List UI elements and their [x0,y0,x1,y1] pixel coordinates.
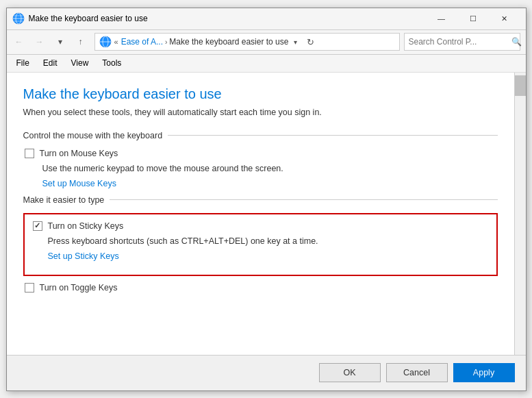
up-button[interactable]: ↑ [71,32,90,51]
toggle-keys-label: Turn on Toggle Keys [40,283,118,293]
type-section-label: Make it easier to type [23,195,110,205]
cancel-button[interactable]: Cancel [386,363,448,382]
address-dropdown-button[interactable]: ▾ [288,34,302,50]
page-subtitle: When you select these tools, they will a… [23,108,498,117]
scrollbar-thumb[interactable] [515,75,526,96]
type-section-header: Make it easier to type [23,195,498,205]
ok-button[interactable]: OK [319,363,381,382]
menu-file[interactable]: File [10,56,36,70]
menu-view[interactable]: View [64,56,96,70]
address-bar: « Ease of A... › Make the keyboard easie… [94,33,400,51]
toggle-keys-row: Turn on Toggle Keys [23,283,498,293]
type-section-line [110,199,497,200]
refresh-button[interactable]: ↻ [302,34,318,50]
window-title: Make the keyboard easier to use [29,14,426,23]
sticky-keys-row: Turn on Sticky Keys [33,221,488,231]
window-controls: — ☐ ✕ [426,8,520,29]
apply-button[interactable]: Apply [453,363,515,382]
address-icon [99,36,112,48]
menu-edit[interactable]: Edit [36,56,64,70]
mouse-section-label: Control the mouse with the keyboard [23,131,168,140]
search-bar: 🔍 [404,33,520,51]
mouse-keys-label: Turn on Mouse Keys [40,149,118,158]
mouse-keys-checkbox-wrapper: Turn on Mouse Keys [25,149,118,158]
scrollbar[interactable] [514,73,526,355]
window-icon [12,12,25,25]
toggle-keys-checkbox-wrapper: Turn on Toggle Keys [25,283,118,293]
mouse-keys-description: Use the numeric keypad to move the mouse… [23,164,498,173]
mouse-keys-setup-link[interactable]: Set up Mouse Keys [23,179,498,188]
content-area: Make the keyboard easier to use When you… [7,73,526,355]
mouse-section-header: Control the mouse with the keyboard [23,131,498,140]
sticky-keys-description: Press keyboard shortcuts (such as CTRL+A… [33,236,488,246]
sticky-keys-checkbox-wrapper: Turn on Sticky Keys [33,221,124,231]
mouse-section-line [168,135,497,136]
menu-bar: File Edit View Tools [7,55,526,73]
breadcrumb-arrow: › [165,38,167,46]
mouse-keys-row: Turn on Mouse Keys [23,149,498,158]
search-input[interactable] [409,37,511,47]
sticky-keys-label: Turn on Sticky Keys [48,221,124,231]
minimize-button[interactable]: — [426,8,457,29]
sticky-keys-setup-link[interactable]: Set up Sticky Keys [33,251,488,261]
forward-button[interactable]: → [30,32,49,51]
menu-tools[interactable]: Tools [95,56,128,70]
page-title: Make the keyboard easier to use [23,86,498,102]
sticky-keys-highlighted: Turn on Sticky Keys Press keyboard short… [23,213,498,276]
breadcrumb-separator: « [114,38,118,46]
sticky-keys-checkbox[interactable] [33,221,42,231]
close-button[interactable]: ✕ [489,8,520,29]
mouse-keys-checkbox[interactable] [25,149,34,158]
breadcrumb-current: Make the keyboard easier to use [169,37,288,47]
toggle-keys-checkbox[interactable] [25,283,34,293]
recent-pages-button[interactable]: ▾ [51,32,70,51]
main-window: Make the keyboard easier to use — ☐ ✕ ← … [6,8,527,391]
maximize-button[interactable]: ☐ [457,8,489,29]
main-content: Make the keyboard easier to use When you… [7,73,514,355]
footer: OK Cancel Apply [7,355,526,390]
nav-bar: ← → ▾ ↑ « Ease of A... › Make the keyboa… [7,30,526,55]
breadcrumb-parent[interactable]: Ease of A... [121,37,163,47]
back-button[interactable]: ← [10,32,29,51]
title-bar: Make the keyboard easier to use — ☐ ✕ [7,8,526,30]
search-icon-button[interactable]: 🔍 [511,37,522,47]
